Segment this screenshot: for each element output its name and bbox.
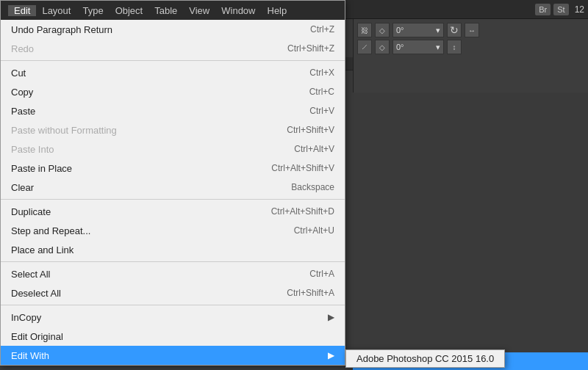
menu-item-edit-original[interactable]: Edit Original	[1, 327, 345, 346]
angle-input-1[interactable]: 0° ▾	[392, 23, 444, 37]
shear-icon: ⟋	[357, 40, 372, 54]
dropdown-header: Edit Layout Type Object Table View Windo…	[1, 1, 345, 20]
menu-table-h[interactable]: Table	[148, 5, 183, 16]
menu-bar-right: Br St 12	[535, 4, 588, 15]
menu-item-copy[interactable]: Copy Ctrl+C	[1, 82, 345, 101]
separator-2	[1, 199, 345, 200]
bridge-button[interactable]: Br	[535, 4, 551, 15]
menu-item-cut[interactable]: Cut Ctrl+X	[1, 63, 345, 82]
flip-h-icon[interactable]: ↔	[465, 23, 479, 37]
separator-3	[1, 261, 345, 262]
menu-item-paste-without-formatting: Paste without Formatting Ctrl+Shift+V	[1, 120, 345, 139]
menu-edit-active: Edit	[8, 5, 36, 16]
menu-object-h[interactable]: Object	[110, 5, 149, 16]
menu-item-undo[interactable]: Undo Paragraph Return Ctrl+Z	[1, 20, 345, 39]
menu-item-place-and-link[interactable]: Place and Link	[1, 240, 345, 259]
link-icon: ⛓	[357, 23, 372, 37]
menu-item-incopy[interactable]: InCopy ▶	[1, 308, 345, 327]
status-text: Adobe Photoshop CC 2015 16.0	[360, 356, 487, 366]
edit-dropdown-menu: Edit Layout Type Object Table View Windo…	[0, 0, 345, 366]
menu-item-edit-with[interactable]: Edit With ▶	[1, 346, 345, 365]
menu-item-paste-into: Paste Into Ctrl+Alt+V	[1, 139, 345, 159]
menu-item-paste[interactable]: Paste Ctrl+V	[1, 101, 345, 120]
menu-item-clear[interactable]: Clear Backspace	[1, 178, 345, 197]
separator-1	[1, 60, 345, 61]
incopy-arrow: ▶	[328, 312, 334, 322]
separator-4	[1, 305, 345, 305]
menu-view-h[interactable]: View	[183, 5, 215, 16]
stock-button[interactable]: St	[553, 4, 568, 15]
menu-item-deselect-all[interactable]: Deselect All Ctrl+Shift+A	[1, 283, 345, 302]
edit-with-arrow: ▶	[328, 350, 334, 360]
angle-icon-2: ◇	[375, 40, 390, 54]
flip-v-icon[interactable]: ↕	[447, 40, 462, 54]
menu-item-duplicate[interactable]: Duplicate Ctrl+Alt+Shift+D	[1, 202, 345, 221]
panel-row-1: ⛓ ◇ 0° ▾ ↻ ↔	[357, 23, 584, 37]
chevron-down-icon: ▾	[436, 26, 440, 35]
angle-input-2[interactable]: 0° ▾	[392, 40, 444, 54]
menu-item-paste-in-place[interactable]: Paste in Place Ctrl+Alt+Shift+V	[1, 159, 345, 178]
chevron-down-icon-2: ▾	[436, 43, 440, 52]
status-bar: Adobe Photoshop CC 2015 16.0	[353, 352, 588, 370]
menu-layout-h[interactable]: Layout	[36, 5, 76, 16]
menu-type-h[interactable]: Type	[76, 5, 109, 16]
menu-help-h[interactable]: Help	[262, 5, 293, 16]
menu-item-redo: Redo Ctrl+Shift+Z	[1, 39, 345, 58]
right-toolbar-panel: ⛓ ◇ 0° ▾ ↻ ↔ ⟋ ◇ 0° ▾ ↕	[353, 19, 588, 92]
angle-icon-1: ◇	[375, 23, 390, 37]
zoom-level: 12	[575, 4, 584, 15]
menu-window-h[interactable]: Window	[215, 5, 261, 16]
menu-item-select-all[interactable]: Select All Ctrl+A	[1, 264, 345, 283]
rotate-icon: ↻	[447, 23, 462, 37]
menu-item-step-and-repeat[interactable]: Step and Repeat... Ctrl+Alt+U	[1, 221, 345, 240]
panel-row-2: ⟋ ◇ 0° ▾ ↕	[357, 40, 584, 54]
